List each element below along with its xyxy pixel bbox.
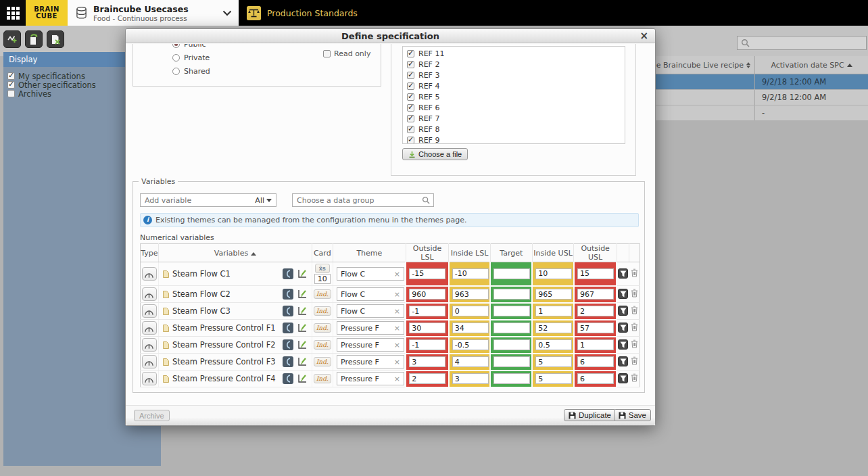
reference-item[interactable]: REF 7 — [403, 113, 625, 124]
outside-lsl-input[interactable] — [409, 356, 445, 367]
delete-row-button[interactable] — [631, 339, 638, 348]
inside-lsl-input[interactable] — [452, 289, 489, 300]
remove-theme-icon[interactable]: × — [394, 290, 400, 299]
remove-theme-icon[interactable]: × — [394, 324, 400, 333]
reference-checkbox[interactable] — [407, 50, 414, 57]
share-option[interactable]: Private — [172, 51, 210, 64]
filter-button[interactable] — [618, 339, 628, 350]
edit-chart-button[interactable] — [297, 339, 308, 350]
filter-button[interactable] — [618, 356, 628, 366]
edit-chart-button[interactable] — [297, 356, 308, 367]
inside-lsl-input[interactable] — [452, 373, 489, 384]
theme-select[interactable]: Flow C × — [337, 287, 404, 301]
col-variables[interactable]: Variables — [158, 244, 312, 262]
inside-usl-input[interactable] — [535, 373, 572, 384]
reference-item[interactable]: REF 11 — [403, 48, 625, 59]
inside-usl-input[interactable] — [535, 356, 572, 367]
inside-lsl-input[interactable] — [452, 268, 489, 279]
card-type-button[interactable]: Ind. — [314, 289, 331, 299]
edit-chart-button[interactable] — [297, 268, 308, 279]
edit-chart-button[interactable] — [297, 323, 308, 333]
reference-checkbox[interactable] — [407, 126, 414, 133]
outside-lsl-input[interactable] — [409, 373, 445, 384]
outside-usl-input[interactable] — [577, 373, 614, 384]
distribution-chart-button[interactable] — [283, 373, 293, 384]
card-type-button[interactable]: Ind. — [314, 357, 331, 366]
outside-lsl-input[interactable] — [409, 306, 445, 316]
read-only-option[interactable]: Read only — [323, 49, 370, 58]
archive-button[interactable]: Archive — [134, 410, 170, 421]
delete-row-button[interactable] — [631, 356, 638, 365]
target-input[interactable] — [493, 289, 530, 300]
background-search-box[interactable] — [737, 36, 867, 50]
col-card[interactable]: Card — [312, 244, 333, 262]
filter-button[interactable] — [618, 306, 628, 316]
remove-theme-icon[interactable]: × — [394, 307, 400, 316]
variable-type-button[interactable] — [142, 321, 157, 335]
outside-lsl-input[interactable] — [409, 323, 445, 333]
col-target[interactable]: Target — [490, 244, 532, 262]
card-type-button[interactable]: Ind. — [314, 340, 331, 350]
remove-theme-icon[interactable]: × — [394, 358, 400, 366]
filter-button[interactable] — [618, 268, 628, 279]
col-type[interactable]: Type — [141, 244, 159, 262]
outside-usl-input[interactable] — [577, 306, 614, 316]
inside-lsl-input[interactable] — [452, 323, 489, 333]
remove-theme-icon[interactable]: × — [394, 270, 400, 279]
data-group-input[interactable] — [293, 196, 422, 205]
variable-type-button[interactable] — [142, 372, 157, 385]
table-row[interactable]: 9/2/18 12:00 AM — [649, 90, 868, 105]
workspace-selector[interactable]: Braincube Usecases Food - Continuous pro… — [68, 0, 239, 26]
inside-lsl-input[interactable] — [452, 356, 489, 367]
reference-checkbox[interactable] — [407, 61, 414, 68]
theme-select[interactable]: Flow C × — [337, 304, 404, 318]
import-file-button[interactable] — [25, 30, 43, 48]
distribution-chart-button[interactable] — [283, 268, 293, 279]
radio-button[interactable] — [172, 68, 180, 75]
filter-checkbox[interactable] — [7, 90, 15, 97]
inside-usl-input[interactable] — [535, 323, 572, 333]
outside-lsl-input[interactable] — [409, 289, 445, 300]
edit-chart-button[interactable] — [297, 373, 308, 384]
chevron-down-icon[interactable] — [222, 10, 232, 16]
target-input[interactable] — [493, 356, 530, 367]
reference-checkbox[interactable] — [407, 137, 414, 144]
radio-button[interactable] — [172, 44, 180, 48]
duplicate-button[interactable]: Duplicate — [564, 409, 616, 421]
outside-usl-input[interactable] — [577, 356, 614, 367]
card-type-button[interactable]: Ind. — [314, 323, 331, 333]
reference-checkbox[interactable] — [407, 115, 414, 122]
card-type-button[interactable]: Ind. — [314, 374, 331, 383]
reference-item[interactable]: REF 9 — [403, 135, 625, 144]
column-header-activation-date[interactable]: Activation date SPC — [755, 56, 868, 74]
radio-button[interactable] — [172, 54, 180, 62]
card-type-button[interactable]: x̄s — [315, 264, 330, 273]
target-input[interactable] — [493, 268, 530, 279]
inside-usl-input[interactable] — [535, 339, 572, 350]
theme-select[interactable]: Pressure F × — [337, 372, 404, 385]
reference-item[interactable]: REF 5 — [403, 91, 625, 102]
target-input[interactable] — [493, 339, 530, 350]
variable-type-button[interactable] — [142, 355, 157, 368]
card-type-button[interactable]: Ind. — [314, 306, 331, 316]
reference-checkbox[interactable] — [407, 82, 414, 90]
target-input[interactable] — [493, 373, 530, 384]
filter-button[interactable] — [618, 373, 628, 383]
outside-usl-input[interactable] — [577, 339, 614, 350]
distribution-chart-button[interactable] — [283, 323, 293, 333]
reference-checkbox[interactable] — [407, 72, 414, 79]
reference-checkbox[interactable] — [407, 93, 414, 101]
edit-chart-button[interactable] — [297, 306, 308, 316]
delete-row-button[interactable] — [631, 306, 638, 314]
read-only-checkbox[interactable] — [323, 50, 331, 57]
reference-item[interactable]: REF 4 — [403, 80, 625, 91]
filter-button[interactable] — [618, 289, 628, 299]
filter-button[interactable] — [618, 323, 628, 333]
edit-chart-button[interactable] — [297, 289, 308, 300]
outside-usl-input[interactable] — [577, 289, 614, 300]
inside-usl-input[interactable] — [535, 306, 572, 316]
inside-lsl-input[interactable] — [452, 306, 489, 316]
outside-lsl-input[interactable] — [409, 339, 445, 350]
add-specification-button[interactable] — [3, 30, 21, 48]
distribution-chart-button[interactable] — [283, 306, 293, 316]
